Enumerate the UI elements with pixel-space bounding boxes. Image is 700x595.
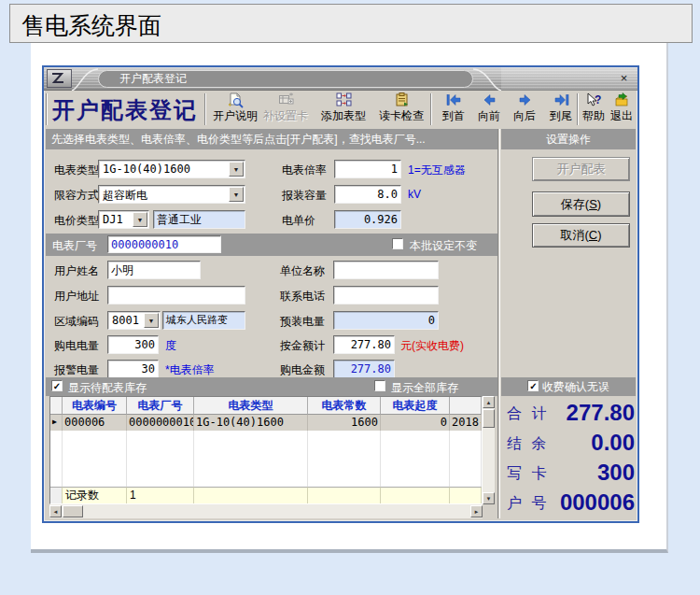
- open-account-button[interactable]: 开户配表: [532, 157, 630, 181]
- fee-confirm-checkbox[interactable]: ✓: [527, 380, 539, 391]
- save-button[interactable]: 保存(S): [532, 191, 630, 217]
- ratio-input[interactable]: [334, 160, 401, 178]
- record-count-value: 1: [127, 487, 194, 503]
- grid-horizontal-scrollbar[interactable]: ◄ ►: [49, 504, 483, 518]
- alarm-qty-input[interactable]: [107, 360, 159, 378]
- grid-header-start-reading[interactable]: 电表起度: [381, 397, 450, 415]
- grid-header-constant[interactable]: 电表常数: [308, 397, 381, 415]
- region-code-select[interactable]: 8001 ▼: [107, 311, 161, 330]
- add-meter-type-icon: [336, 92, 352, 108]
- stock-filter-bar: ✓ 显示待配表库存 显示全部库存: [46, 377, 497, 396]
- scroll-down-button[interactable]: ▼: [483, 492, 495, 504]
- toolbar-button-add-meter-type[interactable]: 添加表型: [320, 92, 367, 128]
- svg-text:?: ?: [595, 93, 601, 106]
- scroll-up-button[interactable]: ▲: [483, 396, 495, 408]
- factory-input[interactable]: [107, 235, 221, 253]
- window-title-capsule: 开户配表登记: [98, 70, 473, 88]
- chevron-down-icon[interactable]: ▼: [229, 162, 244, 177]
- factory-label: 电表厂号: [52, 238, 97, 254]
- factory-bar: 电表厂号 本批设定不变: [46, 234, 497, 256]
- phone-input[interactable]: [333, 286, 439, 305]
- chevron-down-icon[interactable]: ▼: [133, 212, 147, 227]
- toolbar-separator: [430, 93, 432, 125]
- toolbar-button-first[interactable]: 到首: [438, 92, 469, 128]
- unit-price-field: 0.926: [334, 210, 401, 229]
- arrow-right-icon: ►: [474, 509, 480, 515]
- nav-prev-icon: [482, 92, 497, 108]
- dialog-titlebar[interactable]: 开户配表登记 ×: [44, 67, 637, 91]
- limit-mode-select[interactable]: 超容断电 ▼: [98, 185, 245, 204]
- scroll-left-button[interactable]: ◄: [49, 505, 62, 517]
- purchase-amount-label: 购电金额: [280, 362, 325, 378]
- toolbar-button-open-help[interactable]: 开户说明: [212, 92, 259, 128]
- toolbar-separator: [204, 93, 206, 125]
- dialog-heading: 开户配表登记: [52, 95, 198, 125]
- chevron-down-icon[interactable]: ▼: [229, 187, 244, 202]
- grid-header-factory-no[interactable]: 电表厂号: [127, 397, 194, 415]
- toolbar-button-card-setup[interactable]: 补设置卡: [262, 92, 309, 128]
- show-pending-stock-checkbox[interactable]: ✓: [51, 380, 63, 391]
- toolbar-button-next[interactable]: 向后: [509, 92, 540, 128]
- show-pending-stock-label: 显示待配表库存: [68, 380, 147, 396]
- check-icon: ✓: [529, 381, 537, 391]
- alarm-qty-hint: *电表倍率: [165, 362, 215, 378]
- meter-type-select[interactable]: 1G-10(40)1600 ▼: [98, 160, 245, 178]
- window-logo-icon: [47, 69, 72, 88]
- by-amount-hint: 元(实收电费): [400, 338, 464, 354]
- alarm-qty-label: 报警电量: [54, 362, 99, 378]
- totals-panel: 合 计 277.80 结 余 0.00 写 卡 300 户 号 000006: [501, 398, 637, 519]
- by-amount-input[interactable]: [333, 335, 395, 354]
- grid-header-extra: [450, 397, 482, 415]
- read-card-icon: [394, 92, 410, 108]
- vertical-scroll-thumb[interactable]: [483, 409, 495, 428]
- by-amount-label: 按金额计: [280, 338, 325, 354]
- doc-search-icon: [228, 92, 244, 108]
- page-title: 售电系统界面: [21, 10, 161, 41]
- scroll-right-button[interactable]: ►: [470, 505, 483, 517]
- user-name-input[interactable]: [107, 261, 201, 279]
- account-no-row: 户 号 000006: [501, 488, 637, 517]
- grid-header-meter-type[interactable]: 电表类型: [194, 397, 308, 415]
- grid-header-meter-no[interactable]: 电表编号: [63, 397, 127, 415]
- ratio-label: 电表倍率: [282, 163, 327, 178]
- toolbar-button-read-card-check[interactable]: 读卡检查: [376, 92, 427, 128]
- grid-vertical-scrollbar[interactable]: ▲ ▼: [483, 396, 495, 504]
- region-name-field: 城东人民路变: [162, 311, 245, 330]
- settings-panel-header: 设置操作: [501, 129, 636, 149]
- toolbar-button-prev[interactable]: 向前: [473, 92, 505, 128]
- show-all-stock-checkbox[interactable]: [374, 380, 385, 391]
- meter-grid: 电表编号 电表厂号 电表类型 电表常数 电表起度 ▶ 000006 000000…: [49, 396, 483, 504]
- cancel-button[interactable]: 取消(C): [532, 223, 630, 248]
- fee-confirm-label: 收费确认无误: [542, 380, 609, 393]
- purchase-qty-label: 购电电量: [54, 338, 99, 354]
- dialog-window: 开户配表登记 × 开户配表登记 开户说明: [42, 65, 639, 523]
- toolbar-button-last[interactable]: 到尾: [545, 92, 577, 128]
- close-button[interactable]: ×: [616, 70, 632, 86]
- panel-separator: [497, 129, 500, 518]
- price-type-select[interactable]: DJ1 ▼: [98, 210, 149, 229]
- table-row[interactable]: ▶ 000006 0000000010 1G-10(40)1600 1600 0…: [50, 415, 482, 431]
- horizontal-scroll-thumb[interactable]: [63, 505, 83, 517]
- toolbar-separator: [577, 93, 579, 125]
- org-name-input[interactable]: [333, 261, 439, 279]
- chevron-down-icon[interactable]: ▼: [144, 313, 159, 328]
- grid-header-marker: [50, 397, 63, 415]
- address-input[interactable]: [107, 286, 245, 305]
- phone-label: 联系电话: [280, 289, 325, 305]
- hint-bar: 先选择电表类型、电表倍率、电价类型等后点击[开户配表]，查找电表厂号...: [46, 129, 497, 149]
- help-icon: ?: [586, 92, 602, 108]
- purchase-qty-input[interactable]: [107, 335, 159, 354]
- preload-label: 预装电量: [280, 314, 325, 330]
- purchase-amount-field: 277.80: [333, 360, 395, 378]
- toolbar-separator: [46, 93, 48, 125]
- exit-icon: [614, 92, 630, 108]
- meter-type-label: 电表类型: [54, 163, 99, 178]
- capacity-input[interactable]: [334, 185, 401, 204]
- capacity-label: 报装容量: [282, 188, 327, 204]
- capacity-hint: kV: [408, 188, 421, 201]
- grid-footer-row: 记录数 1: [50, 487, 482, 503]
- toolbar-button-exit[interactable]: 退出: [608, 92, 636, 128]
- toolbar-button-help[interactable]: ? 帮助: [580, 92, 608, 128]
- record-count-label: 记录数: [63, 487, 127, 503]
- batch-checkbox[interactable]: [392, 238, 403, 249]
